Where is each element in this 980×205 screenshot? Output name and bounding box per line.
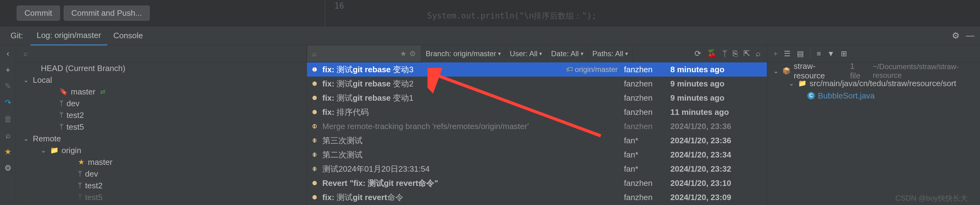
origin-group[interactable]: ⌄📁origin (16, 145, 307, 156)
branch-action-icon[interactable]: ᛘ (722, 49, 727, 58)
commit-row[interactable]: 测试2024年01月20日23:31:54fan*2024/1/20, 23:3… (307, 162, 767, 176)
minimize-icon[interactable]: — (966, 31, 974, 41)
redo-icon[interactable]: ↷ (5, 98, 11, 107)
tab-log[interactable]: Log: origin/master (30, 26, 107, 46)
local-dev[interactable]: ᛘdev (16, 98, 307, 109)
editor-area: 16 System.out.println("\n排序后数组："); (325, 0, 980, 27)
cherry-pick-icon[interactable]: 🍒 (707, 49, 717, 58)
filter-paths[interactable]: Paths: All▾ (588, 45, 633, 62)
commit-row[interactable]: Revert "fix: 测试git revert命令"fanzhen2024/… (307, 176, 767, 190)
structure-label[interactable]: Structure (0, 159, 2, 186)
commit-row[interactable]: fix: 测试git rebase 变动2fanzhen9 minutes ag… (307, 77, 767, 91)
search-icon[interactable]: ⌕ (6, 131, 11, 140)
commit-list[interactable]: fix: 测试git rebase 变动3🏷origin/masterfanzh… (307, 62, 767, 205)
local-test5[interactable]: ᛘtest5 (16, 121, 307, 133)
origin-dev[interactable]: ᛘdev (16, 168, 307, 180)
file-root[interactable]: ⌄📦 straw-resource 1 file ~/Documents/str… (767, 65, 980, 77)
commit-row[interactable]: fix: 排序代码fanzhen11 minutes ago (307, 105, 767, 119)
head-branch[interactable]: HEAD (Current Branch) (16, 62, 307, 74)
git-label: Git: (11, 31, 23, 41)
expand-tree-icon[interactable]: ⊞ (841, 49, 847, 58)
commit-row[interactable]: fix: 测试git rebase 变动1fanzhen9 minutes ag… (307, 91, 767, 105)
delete-icon[interactable]: 🗑 (4, 114, 12, 124)
commit-row[interactable]: fix: 测试git rebase 变动3🏷origin/masterfanzh… (307, 62, 767, 77)
preview-icon[interactable]: ▤ (797, 49, 804, 58)
java-class-icon: C (807, 92, 815, 99)
add-icon[interactable]: + (6, 65, 10, 75)
file-java[interactable]: C BubbleSort.java (767, 90, 980, 102)
origin-test5[interactable]: ᛘtest5 (16, 191, 307, 203)
find-icon[interactable]: ⌕ (756, 49, 760, 58)
commit-button[interactable]: Commit (17, 6, 60, 20)
commit-push-button[interactable]: Commit and Push... (64, 6, 150, 20)
refresh-icon[interactable]: ⟳ (694, 49, 701, 58)
settings2-icon[interactable]: ⚙ (4, 163, 11, 173)
filter-user[interactable]: User: All▾ (506, 45, 547, 62)
add-file-icon[interactable]: + (773, 49, 778, 58)
expand-left-icon[interactable]: ‹ (6, 49, 9, 58)
commit-row[interactable]: 第三次测试fan*2024/1/20, 23:36 (307, 133, 767, 148)
goto-icon[interactable]: ⎘ (733, 49, 738, 58)
commit-row[interactable]: Merge remote-tracking branch 'refs/remot… (307, 119, 767, 133)
local-group[interactable]: ⌄Local (16, 74, 307, 86)
favorite-icon[interactable]: ★ (4, 147, 11, 156)
commit-row[interactable]: 第二次测试fan*2024/1/20, 23:34 (307, 148, 767, 162)
remote-group[interactable]: ⌄Remote (16, 133, 307, 145)
filter-date[interactable]: Date: All▾ (547, 45, 588, 62)
branch-search[interactable]: ⌕ (16, 45, 307, 62)
commit-search[interactable]: ⌕ ★ ⚙ (307, 45, 421, 62)
local-test2[interactable]: ᛘtest2 (16, 109, 307, 121)
local-master[interactable]: 🔖master⇄ (16, 86, 307, 98)
watermark: CSDN @boy快快长大 (895, 193, 967, 203)
filter-branch[interactable]: Branch: origin/master▾ (421, 45, 506, 62)
commit-row[interactable]: fix: 测试git revert命令fanzhen2024/1/20, 23:… (307, 190, 767, 204)
origin-master[interactable]: ★master (16, 156, 307, 168)
origin-test2[interactable]: ᛘtest2 (16, 180, 307, 191)
gear-icon[interactable]: ⚙ (952, 31, 959, 41)
left-toolbar: ‹ + ✎ ↷ 🗑 ⌕ ★ ⚙ (0, 45, 16, 205)
edit-icon[interactable]: ✎ (5, 82, 11, 91)
filter-icon[interactable]: ▼ (827, 49, 835, 58)
open-icon[interactable]: ⇱ (743, 49, 750, 58)
group-icon[interactable]: ≡ (817, 49, 821, 58)
tab-console[interactable]: Console (107, 27, 149, 45)
tree-view-icon[interactable]: ☰ (784, 49, 791, 58)
